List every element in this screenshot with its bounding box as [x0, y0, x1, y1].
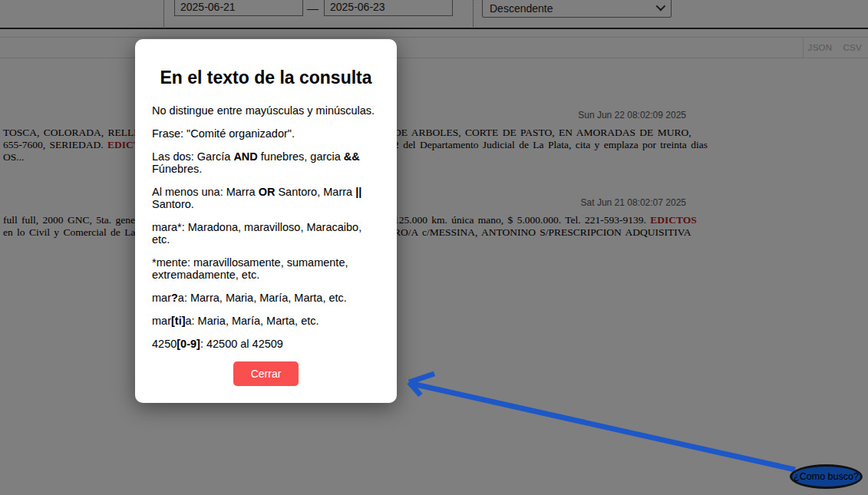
how-to-search-button[interactable]: ¿Como busco?: [790, 464, 863, 489]
modal-body: No distingue entre mayúsculas y minúscul…: [152, 104, 380, 350]
help-paragraph: Frase: "Comité organizador".: [152, 127, 380, 140]
help-paragraph: *mente: maravillosamente, sumamente, ext…: [152, 256, 380, 281]
help-paragraph: mar[ti]a: Maria, María, Marta, etc.: [152, 315, 380, 327]
modal-backdrop: [0, 0, 868, 495]
modal-title: En el texto de la consulta: [152, 68, 380, 87]
help-paragraph: No distingue entre mayúsculas y minúscul…: [152, 104, 380, 117]
close-button[interactable]: Cerrar: [233, 361, 299, 386]
search-help-modal: En el texto de la consulta No distingue …: [135, 39, 397, 403]
help-paragraph: Las dos: García AND funebres, garcia && …: [152, 150, 380, 175]
help-paragraph: Al menos una: Marra OR Santoro, Marra ||…: [152, 186, 380, 210]
help-paragraph: mar?a: Marra, Maria, María, Marta, etc.: [152, 292, 380, 304]
help-paragraph: mara*: Maradona, maravilloso, Maracaibo,…: [152, 221, 380, 246]
help-paragraph: 4250[0-9]: 42500 al 42509: [152, 338, 380, 350]
